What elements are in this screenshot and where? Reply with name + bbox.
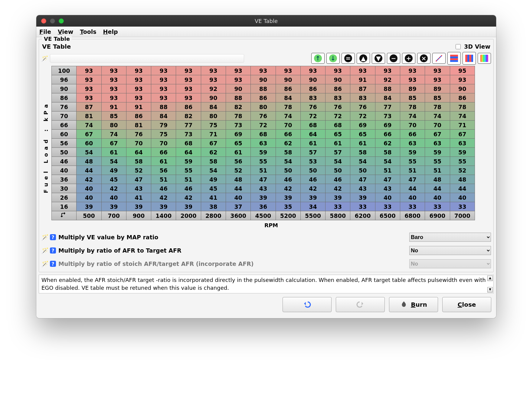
ve-cell[interactable]: 86	[251, 93, 276, 102]
ve-cell[interactable]: 54	[375, 157, 400, 166]
ve-cell[interactable]: 93	[176, 66, 201, 75]
ve-cell[interactable]: 43	[350, 184, 375, 193]
info-scroll-up[interactable]: ▲	[487, 276, 493, 281]
ve-cell[interactable]: 68	[176, 139, 201, 148]
tb-multiply[interactable]: ×	[417, 53, 430, 64]
x-header-cell[interactable]: 4500	[251, 211, 276, 220]
ve-cell[interactable]: 93	[300, 66, 325, 75]
ve-cell[interactable]: 64	[126, 148, 151, 157]
ve-cell[interactable]: 93	[151, 66, 176, 75]
wand-icon[interactable]: 🪄	[41, 260, 47, 267]
ve-cell[interactable]: 33	[450, 202, 475, 211]
ve-cell[interactable]: 47	[251, 175, 276, 184]
x-header-cell[interactable]: 1400	[151, 211, 176, 220]
ve-cell[interactable]: 44	[77, 166, 101, 175]
ve-cell[interactable]: 39	[326, 193, 350, 202]
ve-cell[interactable]: 63	[450, 139, 475, 148]
ve-cell[interactable]: 85	[400, 93, 425, 102]
ve-cell[interactable]: 78	[400, 102, 425, 111]
ve-cell[interactable]: 93	[425, 75, 450, 84]
ve-cell[interactable]: 52	[126, 166, 151, 175]
ve-cell[interactable]: 76	[126, 130, 151, 139]
ve-cell[interactable]: 93	[226, 66, 250, 75]
ve-cell[interactable]: 73	[226, 121, 250, 130]
ve-cell[interactable]: 67	[201, 139, 226, 148]
ve-cell[interactable]: 42	[276, 184, 300, 193]
ve-cell[interactable]: 54	[350, 157, 375, 166]
y-header-cell[interactable]: 56	[52, 139, 77, 148]
undo-button[interactable]	[283, 297, 332, 312]
ve-cell[interactable]: 93	[77, 84, 101, 93]
y-header-cell[interactable]: 66	[52, 121, 77, 130]
ve-cell[interactable]: 88	[375, 84, 400, 93]
ve-cell[interactable]: 40	[400, 193, 425, 202]
ve-cell[interactable]: 74	[77, 121, 101, 130]
ve-cell[interactable]: 88	[226, 93, 250, 102]
ve-cell[interactable]: 93	[350, 66, 375, 75]
ve-cell[interactable]: 74	[101, 130, 126, 139]
ve-cell[interactable]: 80	[201, 111, 226, 121]
ve-cell[interactable]: 91	[126, 102, 151, 111]
y-header-cell[interactable]: 90	[52, 84, 77, 93]
close-button[interactable]: Close	[442, 297, 491, 312]
ve-cell[interactable]: 77	[375, 102, 400, 111]
ve-cell[interactable]: 70	[425, 121, 450, 130]
y-header-cell[interactable]: 60	[52, 130, 77, 139]
ve-cell[interactable]: 69	[226, 130, 250, 139]
ve-cell[interactable]: 33	[326, 202, 350, 211]
ve-cell[interactable]: 54	[326, 157, 350, 166]
ve-cell[interactable]: 90	[326, 75, 350, 84]
ve-cell[interactable]: 74	[450, 111, 475, 121]
ve-cell[interactable]: 67	[425, 130, 450, 139]
x-header-cell[interactable]: 2000	[176, 211, 201, 220]
wand-icon[interactable]: 🪄	[41, 234, 47, 241]
ve-cell[interactable]: 33	[350, 202, 375, 211]
ve-cell[interactable]: 91	[101, 102, 126, 111]
ve-cell[interactable]: 42	[176, 193, 201, 202]
ve-cell[interactable]: 78	[226, 111, 250, 121]
3d-view-checkbox[interactable]	[456, 44, 461, 49]
ve-cell[interactable]: 51	[251, 166, 276, 175]
window-zoom-button[interactable]	[59, 18, 64, 24]
ve-cell[interactable]: 95	[450, 66, 475, 75]
ve-cell[interactable]: 93	[151, 93, 176, 102]
ve-cell[interactable]: 63	[400, 139, 425, 148]
window-close-button[interactable]	[41, 18, 46, 24]
ve-cell[interactable]: 71	[201, 130, 226, 139]
ve-cell[interactable]: 93	[400, 75, 425, 84]
ve-cell[interactable]: 48	[450, 175, 475, 184]
ve-cell[interactable]: 44	[450, 184, 475, 193]
ve-cell[interactable]: 40	[425, 193, 450, 202]
ve-cell[interactable]: 42	[326, 184, 350, 193]
help-icon[interactable]: ?	[50, 247, 56, 254]
ve-cell[interactable]: 93	[176, 93, 201, 102]
ve-cell[interactable]: 55	[425, 157, 450, 166]
ve-cell[interactable]: 43	[251, 184, 276, 193]
tb-minus[interactable]: −	[387, 53, 400, 64]
ve-cell[interactable]: 75	[151, 130, 176, 139]
ve-cell[interactable]: 48	[226, 175, 250, 184]
ve-cell[interactable]: 42	[77, 175, 101, 184]
ve-cell[interactable]: 57	[300, 148, 325, 157]
ve-cell[interactable]: 46	[300, 175, 325, 184]
ve-cell[interactable]: 34	[300, 202, 325, 211]
ve-cell[interactable]: 57	[326, 148, 350, 157]
ve-cell[interactable]: 87	[350, 84, 375, 93]
ve-table[interactable]: 1009393939393939393939393939393939596939…	[51, 66, 475, 220]
ve-cell[interactable]: 83	[350, 93, 375, 102]
redo-button[interactable]	[336, 297, 385, 312]
tb-refresh-down[interactable]: ↓	[326, 53, 340, 64]
ve-cell[interactable]: 65	[226, 139, 250, 148]
ve-cell[interactable]: 55	[450, 157, 475, 166]
tb-refresh-up[interactable]: ↑	[311, 53, 325, 64]
ve-cell[interactable]: 69	[350, 121, 375, 130]
ve-cell[interactable]: 93	[77, 93, 101, 102]
ve-cell[interactable]: 66	[375, 130, 400, 139]
ve-cell[interactable]: 40	[101, 193, 126, 202]
ve-cell[interactable]: 50	[350, 166, 375, 175]
ve-cell[interactable]: 73	[375, 111, 400, 121]
ve-cell[interactable]: 74	[276, 111, 300, 121]
option-select[interactable]: No	[409, 259, 491, 268]
menu-tools[interactable]: Tools	[80, 28, 96, 35]
tb-interpolate[interactable]	[432, 53, 446, 64]
